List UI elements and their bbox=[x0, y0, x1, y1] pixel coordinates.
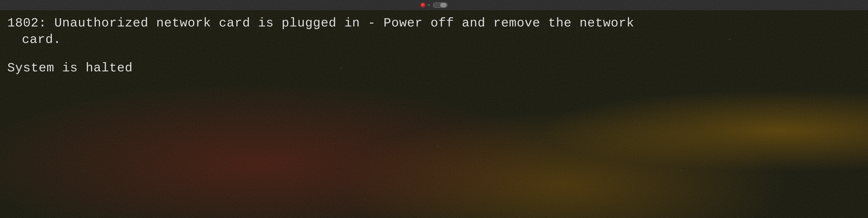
error-message-line2: card. bbox=[7, 32, 861, 48]
dust-speck bbox=[97, 29, 98, 30]
slider-thumb bbox=[440, 3, 446, 7]
dust-speck bbox=[170, 85, 171, 86]
dust-speck bbox=[340, 68, 342, 69]
dust-speck bbox=[608, 48, 609, 49]
camera-indicator bbox=[421, 3, 425, 7]
error-message-line1: 1802: Unauthorized network card is plugg… bbox=[7, 15, 861, 32]
dust-speck bbox=[729, 39, 731, 40]
dust-speck bbox=[268, 121, 268, 122]
bios-error-screen: 1802: Unauthorized network card is plugg… bbox=[0, 0, 868, 218]
screen-content: 1802: Unauthorized network card is plugg… bbox=[0, 10, 868, 218]
system-halted-message: System is halted bbox=[7, 60, 861, 76]
dust-speck bbox=[146, 189, 147, 190]
dust-speck bbox=[778, 109, 779, 110]
dust-speck bbox=[437, 146, 438, 147]
slider-indicator bbox=[433, 2, 447, 8]
separator-dot bbox=[428, 4, 430, 6]
dust-speck bbox=[681, 170, 682, 171]
dust-speck bbox=[365, 199, 366, 200]
top-bezel bbox=[0, 0, 868, 10]
